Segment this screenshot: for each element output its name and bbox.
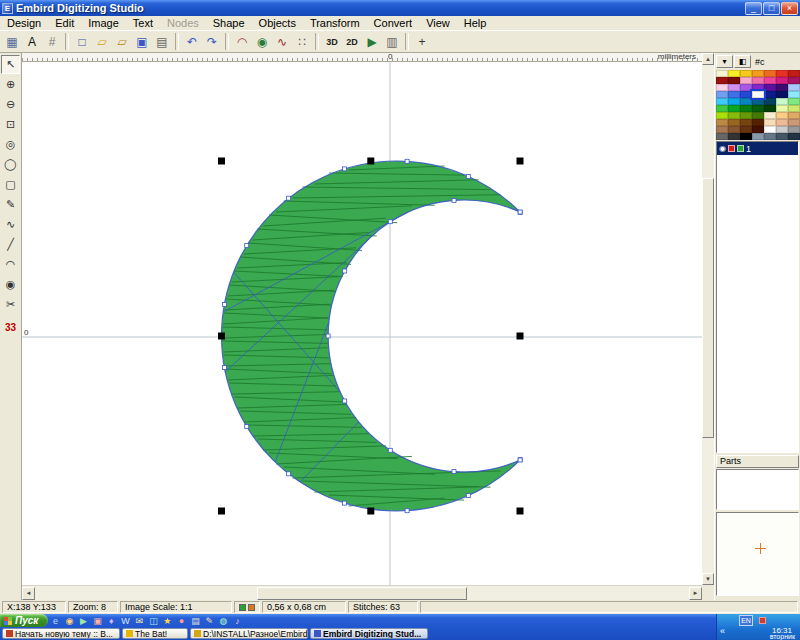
- palette-color-15[interactable]: [728, 84, 740, 91]
- palette-color-57[interactable]: [728, 126, 740, 133]
- quick-launch-icon-1[interactable]: ◉: [62, 615, 76, 627]
- palette-color-32[interactable]: [764, 98, 776, 105]
- toolbar-undo-button[interactable]: ↶: [182, 32, 202, 51]
- tool-zoom-out[interactable]: ⊖: [1, 95, 20, 114]
- palette-color-13[interactable]: [788, 77, 800, 84]
- palette-color-42[interactable]: [716, 112, 728, 119]
- edit-node[interactable]: [518, 458, 522, 462]
- palette-color-53[interactable]: [764, 119, 776, 126]
- palette-color-5[interactable]: [776, 70, 788, 77]
- quick-launch-icon-5[interactable]: W: [118, 615, 132, 627]
- palette-color-40[interactable]: [776, 105, 788, 112]
- toolbar-text-tool-button[interactable]: A: [22, 32, 42, 51]
- parts-list[interactable]: [716, 469, 799, 510]
- palette-color-17[interactable]: [752, 84, 764, 91]
- palette-color-63[interactable]: [716, 133, 728, 140]
- task-button-1[interactable]: The Bat!: [122, 628, 188, 639]
- palette-color-59[interactable]: [752, 126, 764, 133]
- minimize-button[interactable]: _: [745, 2, 762, 15]
- vertical-scroll-thumb[interactable]: [702, 178, 714, 438]
- palette-color-14[interactable]: [716, 84, 728, 91]
- quick-launch-icon-10[interactable]: ▤: [188, 615, 202, 627]
- selection-handle[interactable]: [367, 508, 374, 515]
- edit-node[interactable]: [343, 399, 347, 403]
- scroll-left-arrow[interactable]: ◄: [22, 587, 35, 600]
- menu-objects[interactable]: Objects: [252, 17, 303, 29]
- palette-color-67[interactable]: [764, 133, 776, 140]
- quick-launch-icon-12[interactable]: ◍: [216, 615, 230, 627]
- palette-color-7[interactable]: [716, 77, 728, 84]
- toolbar-open-design-button[interactable]: ▱: [92, 32, 112, 51]
- quick-launch-icon-7[interactable]: ◫: [146, 615, 160, 627]
- palette-color-61[interactable]: [776, 126, 788, 133]
- close-button[interactable]: ×: [781, 2, 798, 15]
- palette-color-30[interactable]: [740, 98, 752, 105]
- edit-node[interactable]: [326, 334, 330, 338]
- palette-color-26[interactable]: [776, 91, 788, 98]
- palette-color-11[interactable]: [764, 77, 776, 84]
- edit-node[interactable]: [287, 196, 291, 200]
- toolbar-outline-mode-button[interactable]: ◠: [232, 32, 252, 51]
- toolbar-import-file-button[interactable]: ▱: [112, 32, 132, 51]
- edit-node[interactable]: [466, 494, 470, 498]
- edit-node[interactable]: [343, 269, 347, 273]
- task-button-0[interactable]: Начать новую тему :: В...: [2, 628, 120, 639]
- tool-select[interactable]: ↖: [1, 55, 20, 74]
- edit-node[interactable]: [388, 220, 392, 224]
- palette-color-38[interactable]: [752, 105, 764, 112]
- palette-color-49[interactable]: [716, 119, 728, 126]
- palette-color-47[interactable]: [776, 112, 788, 119]
- palette-color-8[interactable]: [728, 77, 740, 84]
- palette-color-31[interactable]: [752, 98, 764, 105]
- menu-edit[interactable]: Edit: [48, 17, 81, 29]
- tool-freehand-tool[interactable]: ✎: [1, 195, 20, 214]
- scroll-down-arrow[interactable]: ▼: [702, 573, 714, 585]
- scroll-up-arrow[interactable]: ▲: [702, 53, 714, 65]
- selection-handle[interactable]: [218, 333, 225, 340]
- tool-bezier-tool[interactable]: ∿: [1, 215, 20, 234]
- edit-node[interactable]: [342, 167, 346, 171]
- task-button-3[interactable]: Embird Digitizing Stud...: [310, 628, 428, 639]
- menu-text[interactable]: Text: [126, 17, 160, 29]
- quick-launch-icon-11[interactable]: ✎: [202, 615, 216, 627]
- toolbar-design-properties-button[interactable]: ▥: [382, 32, 402, 51]
- palette-color-21[interactable]: [716, 91, 728, 98]
- toolbar-center-origin-button[interactable]: +: [412, 32, 432, 51]
- tool-pan[interactable]: ◎: [1, 135, 20, 154]
- palette-color-39[interactable]: [764, 105, 776, 112]
- palette-color-52[interactable]: [752, 119, 764, 126]
- palette-color-20[interactable]: [788, 84, 800, 91]
- tool-rectangle-tool[interactable]: ▢: [1, 175, 20, 194]
- tool-scissors-tool[interactable]: ✂: [1, 295, 20, 314]
- edit-node[interactable]: [222, 303, 226, 307]
- palette-color-9[interactable]: [740, 77, 752, 84]
- palette-color-25[interactable]: [764, 91, 776, 98]
- palette-color-19[interactable]: [776, 84, 788, 91]
- palette-color-6[interactable]: [788, 70, 800, 77]
- scroll-right-arrow[interactable]: ►: [689, 587, 702, 600]
- palette-color-18[interactable]: [764, 84, 776, 91]
- palette-color-56[interactable]: [716, 126, 728, 133]
- palette-color-41[interactable]: [788, 105, 800, 112]
- design-canvas[interactable]: 0: [22, 62, 702, 585]
- palette-color-35[interactable]: [716, 105, 728, 112]
- tool-outline-tool[interactable]: ◉: [1, 275, 20, 294]
- toolbar-design-browser-button[interactable]: ▦: [2, 32, 22, 51]
- horizontal-scrollbar[interactable]: ◄ ►: [22, 585, 702, 600]
- maximize-button[interactable]: □: [763, 2, 780, 15]
- tray-chevron-icon[interactable]: «: [720, 626, 725, 636]
- palette-color-34[interactable]: [788, 98, 800, 105]
- toolbar-redo-button[interactable]: ↷: [202, 32, 222, 51]
- edit-node[interactable]: [245, 425, 249, 429]
- edit-node[interactable]: [342, 501, 346, 505]
- toolbar-print-design-button[interactable]: ▤: [152, 32, 172, 51]
- object-list[interactable]: ◉1: [716, 141, 799, 453]
- selection-handle[interactable]: [218, 508, 225, 515]
- tool-zoom-area[interactable]: ⊡: [1, 115, 20, 134]
- palette-color-62[interactable]: [788, 126, 800, 133]
- edit-node[interactable]: [405, 159, 409, 163]
- toolbar-save-design-button[interactable]: ▣: [132, 32, 152, 51]
- palette-color-28[interactable]: [716, 98, 728, 105]
- menu-convert[interactable]: Convert: [367, 17, 420, 29]
- palette-color-43[interactable]: [728, 112, 740, 119]
